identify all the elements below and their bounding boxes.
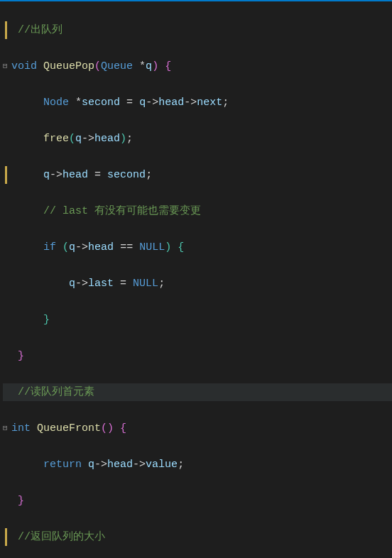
code-line: //返回队列的大小 bbox=[3, 528, 392, 547]
null: NULL bbox=[133, 278, 158, 290]
member: last bbox=[88, 278, 114, 290]
code-line: return q->head->value; bbox=[3, 456, 392, 474]
variable: q bbox=[139, 97, 146, 109]
keyword: return bbox=[43, 459, 82, 471]
member: value bbox=[146, 459, 178, 471]
variable: q bbox=[69, 278, 75, 290]
code-line: q->last = NULL; bbox=[3, 275, 392, 293]
variable: q bbox=[88, 459, 94, 471]
code-line: //出队列 bbox=[3, 21, 392, 40]
comment: //读队列首元素 bbox=[18, 386, 94, 398]
keyword: if bbox=[43, 241, 56, 253]
comment: //返回队列的大小 bbox=[18, 531, 105, 543]
variable: q bbox=[75, 133, 82, 145]
variable: q bbox=[43, 169, 50, 181]
code-line: } bbox=[3, 492, 392, 510]
code-line: } bbox=[3, 311, 392, 329]
function-name: QueueFront bbox=[37, 422, 101, 434]
null: NULL bbox=[139, 241, 165, 253]
function-call: free bbox=[43, 133, 69, 145]
type: Queue bbox=[101, 60, 133, 72]
function-name: QueuePop bbox=[43, 60, 94, 72]
code-line: if (q->head == NULL) { bbox=[3, 239, 392, 257]
code-line: ⊟void QueuePop(Queue *q) { bbox=[3, 58, 392, 76]
code-line: //读队列首元素 bbox=[3, 383, 392, 402]
code-line: Node *second = q->head->next; bbox=[3, 94, 392, 112]
variable: second bbox=[82, 97, 120, 109]
member: head bbox=[94, 133, 120, 145]
member: head bbox=[107, 459, 133, 471]
keyword: void bbox=[11, 60, 37, 72]
keyword: int bbox=[11, 422, 31, 434]
code-line: } bbox=[3, 347, 392, 366]
code-editor[interactable]: //出队列 ⊟void QueuePop(Queue *q) { Node *s… bbox=[0, 1, 392, 558]
fold-icon[interactable]: ⊟ bbox=[3, 60, 8, 73]
member: head bbox=[62, 169, 88, 181]
fold-icon[interactable]: ⊟ bbox=[3, 422, 8, 435]
comment: // last 有没有可能也需要变更 bbox=[43, 205, 201, 217]
comment: //出队列 bbox=[18, 24, 62, 36]
code-line: // last 有没有可能也需要变更 bbox=[3, 202, 392, 221]
member: next bbox=[197, 97, 222, 109]
variable: second bbox=[107, 169, 146, 181]
param: q bbox=[146, 60, 152, 72]
type: Node bbox=[43, 97, 69, 109]
code-line: q->head = second; bbox=[3, 166, 392, 185]
variable: q bbox=[69, 241, 75, 253]
member: head bbox=[158, 97, 184, 109]
member: head bbox=[88, 241, 114, 253]
code-line: free(q->head); bbox=[3, 130, 392, 148]
code-line: ⊟int QueueFront() { bbox=[3, 420, 392, 438]
